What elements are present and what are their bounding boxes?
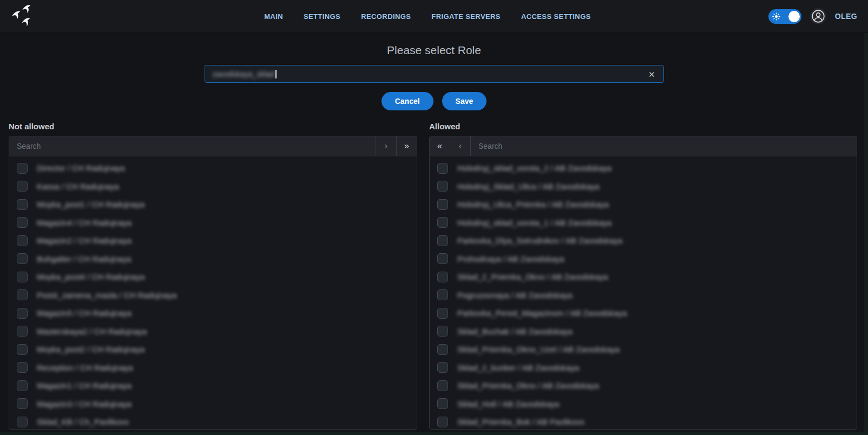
list-item[interactable]: Parkovka_Dlya_Sotrudnikov / AB Zavodskay… xyxy=(430,232,857,250)
list-item-label: Masterskaya2 / CH Radujnaya xyxy=(37,327,147,336)
list-item[interactable]: Holodnyj_Ulica_Priemka / AB Zavodskaya xyxy=(430,195,857,214)
checkbox[interactable] xyxy=(17,326,28,337)
nav-item-main[interactable]: MAIN xyxy=(264,12,283,21)
checkbox[interactable] xyxy=(17,163,28,174)
list-item[interactable]: Director / CH Radujnaya xyxy=(9,159,417,177)
checkbox[interactable] xyxy=(437,417,448,427)
move-all-left-icon[interactable]: « xyxy=(430,136,450,156)
checkbox[interactable] xyxy=(437,380,448,391)
checkbox[interactable] xyxy=(17,308,28,319)
list-item-label: Sklad_2_bunker / AB Zavodskaya xyxy=(457,363,579,372)
not-allowed-search-input[interactable] xyxy=(9,136,376,156)
checkbox[interactable] xyxy=(437,272,448,282)
list-item[interactable]: Magazin2 / CH Radujnaya xyxy=(9,232,417,250)
list-item[interactable]: Magazin5 / CH Radujnaya xyxy=(9,304,417,322)
list-item[interactable]: Kassa / CH Radujnaya xyxy=(9,177,417,196)
checkbox[interactable] xyxy=(17,289,28,300)
allowed-title: Allowed xyxy=(429,122,857,131)
checkbox[interactable] xyxy=(437,326,448,337)
move-selected-left-icon[interactable]: ‹ xyxy=(450,136,471,156)
top-navbar: MAIN SETTINGS RECORDINGS FRIGATE SERVERS… xyxy=(0,0,868,33)
checkbox[interactable] xyxy=(437,289,448,300)
list-item[interactable]: Sklad_Holl / AB Zavodskaya xyxy=(430,395,857,413)
list-item[interactable]: Reception / CH Radujnaya xyxy=(9,359,417,377)
checkbox[interactable] xyxy=(437,163,448,174)
list-item-label: Magazin4 / CH Radujnaya xyxy=(37,218,131,227)
list-item[interactable]: Holodnyj_sklad_vorota_1 / AB Zavodskaya xyxy=(430,214,857,232)
list-item[interactable]: Moyka_post4 / CH Radujnaya xyxy=(9,268,417,286)
cancel-button[interactable]: Cancel xyxy=(382,92,433,110)
list-item-label: Prohodnaya / AB Zavodskaya xyxy=(457,254,564,263)
checkbox[interactable] xyxy=(437,181,448,192)
checkbox[interactable] xyxy=(17,217,28,228)
checkbox[interactable] xyxy=(17,380,28,391)
list-item[interactable]: Sklad_Priemka_Bok / AB Pavlikovo xyxy=(430,413,857,429)
checkbox[interactable] xyxy=(437,308,448,319)
list-item[interactable]: Sklad_2_Priemka_Okno / AB Zavodskaya xyxy=(430,268,857,286)
list-item[interactable]: Sklad_Buchak / AB Zavodskaya xyxy=(430,322,857,341)
list-item[interactable]: Sklad_KB / Ch_Pavlikovo xyxy=(9,413,417,429)
frigate-birds-logo-icon[interactable] xyxy=(11,3,38,29)
list-item[interactable]: Magazin3 / CH Radujnaya xyxy=(9,395,417,413)
list-item-label: Sklad_Holl / AB Zavodskaya xyxy=(457,399,559,408)
list-item[interactable]: Sklad_Priemka_Okno_Uzel / AB Zavodskaya xyxy=(430,340,857,359)
checkbox[interactable] xyxy=(437,344,448,355)
list-item-label: Holodnyj_Ulica_Priemka / AB Zavodskaya xyxy=(457,200,609,209)
user-avatar-icon[interactable] xyxy=(810,8,826,24)
list-item[interactable]: Magazin1 / CH Radujnaya xyxy=(9,377,417,395)
list-item[interactable]: Moyka_post2 / CH Radujnaya xyxy=(9,340,417,359)
list-item[interactable]: Moyka_post1 / CH Radujnaya xyxy=(9,195,417,214)
save-button[interactable]: Save xyxy=(442,92,487,110)
checkbox[interactable] xyxy=(17,199,28,210)
list-item[interactable]: Parkovka_Pered_Magazinom / AB Zavodskaya xyxy=(430,304,857,322)
checkbox[interactable] xyxy=(17,362,28,373)
list-item[interactable]: Buhgalter / CH Radujnaya xyxy=(9,250,417,268)
list-item[interactable]: Prohodnaya / AB Zavodskaya xyxy=(430,250,857,268)
main-navigation: MAIN SETTINGS RECORDINGS FRIGATE SERVERS… xyxy=(264,0,591,32)
list-item-label: Holodnyj_sklad_vorota_1 / AB Zavodskaya xyxy=(457,218,611,227)
checkbox[interactable] xyxy=(437,235,448,246)
nav-item-frigate-servers[interactable]: FRIGATE SERVERS xyxy=(431,12,501,21)
list-item[interactable]: Holodnyj_Sklad_Ulica / AB Zavodskaya xyxy=(430,177,857,196)
theme-toggle[interactable] xyxy=(768,9,801,24)
list-item[interactable]: Magazin4 / CH Radujnaya xyxy=(9,214,417,232)
role-input-value: zavodskaya_sklad xyxy=(213,70,274,78)
nav-item-access-settings[interactable]: ACCESS SETTINGS xyxy=(521,12,591,21)
allowed-list: Holodnyj_sklad_vorota_2 / AB Zavodskaya … xyxy=(430,156,857,429)
toggle-knob xyxy=(788,11,800,22)
list-item[interactable]: Sklad_Priemka_Okno / AB Zavodskaya xyxy=(430,377,857,395)
checkbox[interactable] xyxy=(437,253,448,264)
sun-icon xyxy=(772,12,780,21)
list-item[interactable]: Holodnyj_sklad_vorota_2 / AB Zavodskaya xyxy=(430,159,857,177)
checkbox[interactable] xyxy=(17,417,28,427)
checkbox[interactable] xyxy=(437,199,448,210)
checkbox[interactable] xyxy=(17,253,28,264)
checkbox[interactable] xyxy=(437,362,448,373)
list-item-label: Sklad_Priemka_Bok / AB Pavlikovo xyxy=(457,417,584,426)
transfer-lists: Not allowed › » Director / CH Radujnaya … xyxy=(0,122,868,430)
checkbox[interactable] xyxy=(17,235,28,246)
list-item[interactable]: Masterskaya2 / CH Radujnaya xyxy=(9,322,417,341)
list-item-label: Reception / CH Radujnaya xyxy=(37,363,133,372)
checkbox[interactable] xyxy=(437,217,448,228)
role-input[interactable]: zavodskaya_sklad xyxy=(205,65,664,83)
not-allowed-column: Not allowed › » Director / CH Radujnaya … xyxy=(9,122,417,430)
allowed-search-input[interactable] xyxy=(471,136,857,156)
nav-item-recordings[interactable]: RECORDINGS xyxy=(361,12,411,21)
checkbox[interactable] xyxy=(437,398,448,409)
list-item[interactable]: Post4_zamena_masla / CH Radujnaya xyxy=(9,286,417,305)
move-selected-right-icon[interactable]: › xyxy=(376,136,396,156)
list-item[interactable]: Sklad_2_bunker / AB Zavodskaya xyxy=(430,359,857,377)
checkbox[interactable] xyxy=(17,344,28,355)
list-item[interactable]: Pogruzovnaya / AB Zavodskaya xyxy=(430,286,857,305)
checkbox[interactable] xyxy=(17,272,28,282)
checkbox[interactable] xyxy=(17,398,28,409)
user-name[interactable]: OLEG xyxy=(835,12,857,21)
checkbox[interactable] xyxy=(17,181,28,192)
list-item-label: Moyka_post2 / CH Radujnaya xyxy=(37,345,144,354)
nav-item-settings[interactable]: SETTINGS xyxy=(304,12,340,21)
not-allowed-panel: › » Director / CH Radujnaya Kassa / CH R… xyxy=(9,136,417,430)
move-all-right-icon[interactable]: » xyxy=(396,136,417,156)
clear-input-icon[interactable]: ✕ xyxy=(646,68,657,80)
list-item-label: Holodnyj_sklad_vorota_2 / AB Zavodskaya xyxy=(457,163,611,173)
